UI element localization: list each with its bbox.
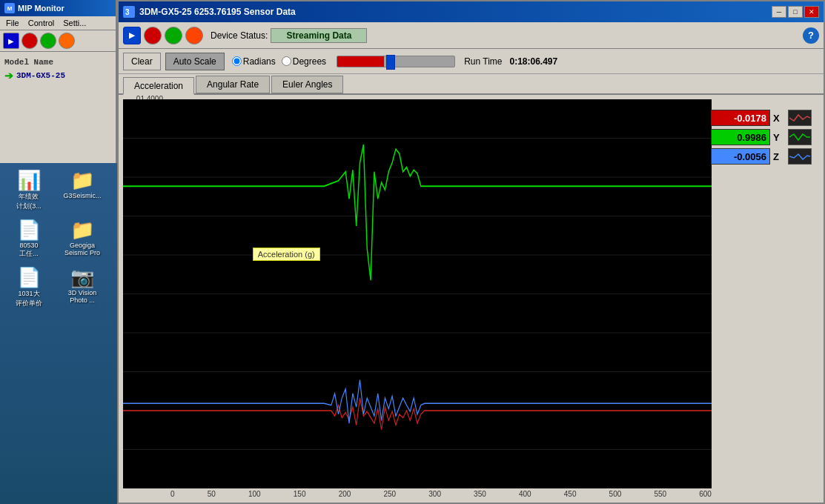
model-section: Model Name ➔ 3DM-GX5-25 xyxy=(0,52,116,87)
model-arrow-icon: ➔ xyxy=(4,70,13,82)
mip-title-bar: M MIP Monitor xyxy=(0,0,116,16)
status-value: Streaming Data xyxy=(271,28,367,43)
tab-euler-angles[interactable]: Euler Angles xyxy=(271,76,343,93)
window-title-left: 3 3DM-GX5-25 6253.76195 Sensor Data xyxy=(123,6,296,18)
window-title: 3DM-GX5-25 6253.76195 Sensor Data xyxy=(139,7,296,17)
window-title-bar: 3 3DM-GX5-25 6253.76195 Sensor Data ─ □ … xyxy=(119,1,824,22)
time-slider-thumb[interactable] xyxy=(386,55,395,70)
radians-radio[interactable] xyxy=(232,56,242,66)
window-controls: ─ □ ✕ xyxy=(772,6,819,18)
x-label-8: 400 xyxy=(519,490,531,498)
chart-svg xyxy=(123,99,712,488)
degrees-radio[interactable] xyxy=(282,56,291,66)
device-status-label: Device Status: xyxy=(211,30,268,41)
radians-radio-label[interactable]: Radians xyxy=(232,56,276,67)
time-slider-track[interactable] xyxy=(337,56,455,67)
desktop-icon-3[interactable]: 📁 GeogigaSeismic Pro xyxy=(56,216,108,262)
x-label-6: 300 xyxy=(428,490,441,498)
legend-y: 0.9986 Y xyxy=(711,129,812,145)
run-time-label: Run Time xyxy=(464,56,502,67)
app-toolbar-row1: ▶ Device Status: Streaming Data ? xyxy=(119,22,824,49)
desktop-icon-2[interactable]: 📄 80530工任... xyxy=(3,216,55,262)
x-label-7: 350 xyxy=(474,490,486,498)
minimize-button[interactable]: ─ xyxy=(772,6,786,18)
toolbar-btn-play[interactable]: ▶ xyxy=(3,33,19,49)
menu-settings[interactable]: Setti... xyxy=(59,17,90,29)
mip-toolbar: ▶ xyxy=(0,30,116,52)
desktop-icon-5[interactable]: 📷 3D VisionPhoto ... xyxy=(56,263,108,311)
x-label-5: 250 xyxy=(383,490,396,498)
toolbar-record-btn[interactable] xyxy=(165,27,182,44)
desktop-icon-0[interactable]: 📊 年绩效计划(3... xyxy=(3,166,55,214)
legend-z: -0.0056 Z xyxy=(711,148,812,165)
maximize-button[interactable]: □ xyxy=(788,6,803,18)
toolbar-play-btn[interactable]: ▶ xyxy=(123,27,141,44)
auto-scale-button[interactable]: Auto Scale xyxy=(165,53,225,70)
chart-tooltip: Acceleration (g) xyxy=(253,248,320,261)
z-trace-blue xyxy=(123,379,712,423)
legend-x-value: -0.0178 xyxy=(711,110,770,126)
x-label-10: 500 xyxy=(609,490,622,498)
x-label-4: 200 xyxy=(339,490,351,498)
legend-y-icon xyxy=(788,129,812,145)
chart-plot-area: Acceleration (g) xyxy=(123,99,712,488)
legend-x-label: X xyxy=(773,113,785,124)
toolbar-btn-warning[interactable] xyxy=(59,33,75,49)
unit-radio-group: Radians Degrees xyxy=(232,56,326,67)
chart-container: -0.0178 X 0.9986 Y -0.0056 Z xyxy=(119,95,824,503)
run-time-value: 0:18:06.497 xyxy=(506,56,560,67)
app-toolbar-row2: Clear Auto Scale Radians Degrees Run Tim… xyxy=(119,49,824,74)
x-label-0: 0 xyxy=(170,490,175,498)
tab-acceleration[interactable]: Acceleration xyxy=(123,77,194,95)
legend-y-label: Y xyxy=(773,132,785,143)
model-name: 3DM-GX5-25 xyxy=(16,71,65,80)
clear-button[interactable]: Clear xyxy=(123,53,161,70)
x-label-11: 550 xyxy=(654,490,666,498)
time-slider-container xyxy=(337,56,455,67)
help-button[interactable]: ? xyxy=(803,27,819,44)
legend-z-icon xyxy=(788,148,812,165)
legend-z-value: -0.0056 xyxy=(711,148,770,165)
close-button[interactable]: ✕ xyxy=(804,6,819,18)
toolbar-stop-btn[interactable] xyxy=(144,27,162,44)
x-label-3: 150 xyxy=(294,490,306,498)
mip-menu: File Control Setti... xyxy=(0,16,116,30)
toolbar-btn-record[interactable] xyxy=(40,33,56,49)
model-label: Model Name xyxy=(4,58,111,67)
toolbar-btn-stop[interactable] xyxy=(21,33,38,49)
desktop-icon-4[interactable]: 📄 1031大评价单价 xyxy=(3,263,55,311)
chart-legend: -0.0178 X 0.9986 Y -0.0056 Z xyxy=(711,110,812,165)
toolbar-status-btn[interactable] xyxy=(185,27,203,44)
app-icon: 3 xyxy=(123,6,135,18)
tab-angular-rate[interactable]: Angular Rate xyxy=(196,76,270,93)
degrees-radio-label[interactable]: Degrees xyxy=(282,56,326,67)
model-device: ➔ 3DM-GX5-25 xyxy=(4,70,111,82)
mip-panel: M MIP Monitor File Control Setti... ▶ Mo… xyxy=(0,0,117,504)
legend-x-icon xyxy=(788,110,812,126)
x-label-2: 100 xyxy=(248,490,261,498)
legend-y-value: 0.9986 xyxy=(711,129,770,145)
desktop-icon-1[interactable]: 📁 G3Seismic... xyxy=(56,166,108,214)
legend-x: -0.0178 X xyxy=(711,110,812,126)
y-trace-green xyxy=(123,145,712,280)
app-window: 3 3DM-GX5-25 6253.76195 Sensor Data ─ □ … xyxy=(117,0,825,504)
menu-control[interactable]: Control xyxy=(24,17,59,29)
x-label-9: 450 xyxy=(564,490,577,498)
x-label-12: 600 xyxy=(699,490,712,498)
x-label-1: 50 xyxy=(208,490,216,498)
tab-bar: Acceleration Angular Rate Euler Angles xyxy=(119,74,824,95)
mip-title: MIP Monitor xyxy=(18,4,64,13)
svg-text:3: 3 xyxy=(125,8,130,16)
x-axis: 0 50 100 150 200 250 300 350 400 450 500… xyxy=(123,490,712,498)
mip-icon: M xyxy=(4,3,15,13)
menu-file[interactable]: File xyxy=(1,17,24,29)
legend-z-label: Z xyxy=(773,151,785,162)
